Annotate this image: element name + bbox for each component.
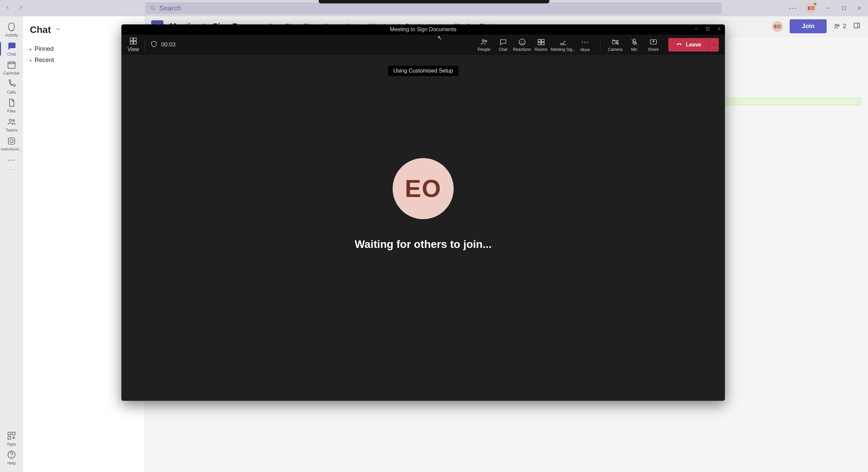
reactions-button[interactable]: Reactions xyxy=(513,38,532,52)
leave-label: Leave xyxy=(686,42,701,48)
leave-button-group: Leave xyxy=(668,38,719,52)
more-icon: ⋯ xyxy=(581,38,589,46)
participant-count[interactable]: 2 xyxy=(833,23,846,30)
svg-point-15 xyxy=(837,24,839,26)
svg-rect-7 xyxy=(8,432,11,435)
svg-rect-9 xyxy=(8,436,11,439)
svg-point-25 xyxy=(521,41,521,42)
rail-separator xyxy=(5,170,18,170)
avatar-initials: EO xyxy=(808,5,814,11)
reactions-label: Reactions xyxy=(513,47,531,52)
chat-button[interactable]: Chat xyxy=(494,38,513,52)
svg-point-0 xyxy=(151,6,154,9)
avatar-initials: EO xyxy=(774,24,781,29)
app-body: Activity Chat Calendar Calls Files Teams… xyxy=(0,16,868,472)
meeting-window-title: Meeting to Sign Documents xyxy=(390,26,457,33)
leave-more-caret[interactable] xyxy=(709,38,719,52)
search-input[interactable]: Search xyxy=(145,2,722,14)
rail-label: Teams xyxy=(5,128,17,133)
meeting-shell: Meeting to Sign Documents Chat Files Mee… xyxy=(145,16,868,472)
camera-button[interactable]: Camera xyxy=(606,38,625,52)
view-label: View xyxy=(127,46,139,53)
rail-label: Calls xyxy=(7,90,16,95)
rail-label: HelloWorld... xyxy=(1,147,22,151)
rail-helloworld-app[interactable]: HelloWorld... xyxy=(0,134,23,153)
svg-point-23 xyxy=(485,40,487,42)
svg-rect-30 xyxy=(541,42,544,45)
camera-label: Camera xyxy=(608,47,623,52)
avatar-initials: EO xyxy=(405,175,441,202)
meeting-window: Meeting to Sign Documents ↖ xyxy=(121,24,725,401)
svg-rect-2 xyxy=(8,62,15,68)
hangup-icon xyxy=(676,41,683,49)
svg-rect-18 xyxy=(130,38,133,41)
chat-panel-title: Chat xyxy=(30,24,51,35)
svg-rect-16 xyxy=(854,23,860,28)
participant-avatar[interactable]: EO xyxy=(772,21,783,32)
minimize-icon[interactable] xyxy=(694,26,698,33)
rail-more[interactable]: ⋯ xyxy=(0,153,23,167)
maximize-icon[interactable] xyxy=(705,26,710,33)
minimize-icon[interactable] xyxy=(825,4,832,12)
title-bar: Search ⋯ EO xyxy=(0,0,868,16)
svg-rect-20 xyxy=(130,41,133,44)
join-button[interactable]: Join xyxy=(790,19,827,33)
rooms-button[interactable]: Rooms xyxy=(532,38,551,52)
meeting-window-titlebar[interactable]: Meeting to Sign Documents xyxy=(121,24,725,35)
meeting-sig-label: Meeting Sig... xyxy=(551,47,575,52)
rail-apps[interactable]: Apps xyxy=(0,429,23,448)
more-options-icon[interactable]: ⋯ xyxy=(789,3,797,13)
mic-button[interactable]: Mic xyxy=(625,38,644,52)
section-label: Pinned xyxy=(35,45,54,53)
svg-rect-8 xyxy=(12,432,15,435)
search-icon xyxy=(150,5,156,11)
rail-label: Apps xyxy=(7,442,16,447)
mic-label: Mic xyxy=(631,47,637,52)
more-button[interactable]: ⋯ More xyxy=(576,38,595,52)
setup-banner: Using Customised Setup xyxy=(388,66,458,76)
caret-right-icon: ▸ xyxy=(30,47,32,52)
share-button[interactable]: Share xyxy=(644,38,663,52)
svg-point-24 xyxy=(519,39,525,45)
meeting-toolbar: View 00:03 People Chat xyxy=(121,35,725,55)
shield-icon xyxy=(150,40,158,50)
leave-button[interactable]: Leave xyxy=(668,38,709,52)
svg-point-26 xyxy=(523,41,524,42)
rail-label: Calendar xyxy=(3,71,20,76)
svg-rect-28 xyxy=(541,39,544,42)
svg-point-3 xyxy=(9,119,12,121)
back-arrow-icon[interactable] xyxy=(5,4,11,13)
waiting-text: Waiting for others to join... xyxy=(355,238,492,251)
rail-files[interactable]: Files xyxy=(0,96,23,115)
rail-calendar[interactable]: Calendar xyxy=(0,58,23,77)
svg-rect-29 xyxy=(538,42,541,45)
chat-label: Chat xyxy=(499,47,507,52)
more-icon: ⋯ xyxy=(8,156,15,164)
forward-arrow-icon[interactable] xyxy=(18,4,24,13)
close-icon[interactable] xyxy=(856,4,863,12)
rail-label: Chat xyxy=(7,52,16,57)
meeting-stage: Using Customised Setup EO Waiting for ot… xyxy=(121,55,725,401)
camera-notch-overlay xyxy=(319,0,549,3)
svg-point-6 xyxy=(10,139,13,142)
presence-badge xyxy=(813,2,817,6)
join-label: Join xyxy=(802,23,814,29)
rail-teams[interactable]: Teams xyxy=(0,115,23,134)
chevron-down-icon[interactable] xyxy=(55,26,61,34)
rail-activity[interactable]: Activity xyxy=(0,20,23,39)
inline-banner xyxy=(724,98,861,105)
user-avatar[interactable]: EO xyxy=(806,3,816,14)
rail-chat[interactable]: Chat xyxy=(0,39,23,58)
view-button[interactable]: View xyxy=(127,37,139,53)
people-button[interactable]: People xyxy=(475,38,494,52)
rail-calls[interactable]: Calls xyxy=(0,77,23,96)
panel-toggle-icon[interactable] xyxy=(853,22,861,31)
svg-rect-1 xyxy=(842,6,845,9)
elapsed-time: 00:03 xyxy=(161,41,176,48)
maximize-icon[interactable] xyxy=(840,4,848,12)
meeting-signing-button[interactable]: Meeting Sig... xyxy=(551,38,576,52)
self-avatar: EO xyxy=(393,158,454,219)
rail-label: Activity xyxy=(5,33,18,38)
rail-help[interactable]: Help xyxy=(0,448,23,467)
close-icon[interactable] xyxy=(717,26,722,33)
